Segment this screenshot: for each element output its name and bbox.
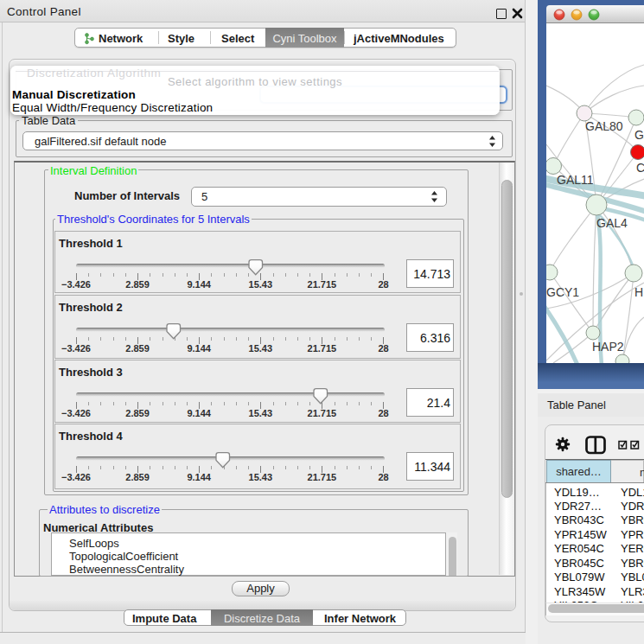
svg-text:GA: GA	[634, 128, 644, 142]
svg-text:GAL80: GAL80	[585, 119, 623, 133]
svg-text:HAP2: HAP2	[592, 340, 624, 354]
svg-text:H: H	[634, 285, 643, 299]
svg-text:GCY1: GCY1	[546, 285, 579, 299]
svg-text:GAL4: GAL4	[596, 216, 628, 230]
svg-text:GAL11: GAL11	[557, 173, 594, 187]
svg-text:C: C	[636, 161, 644, 175]
